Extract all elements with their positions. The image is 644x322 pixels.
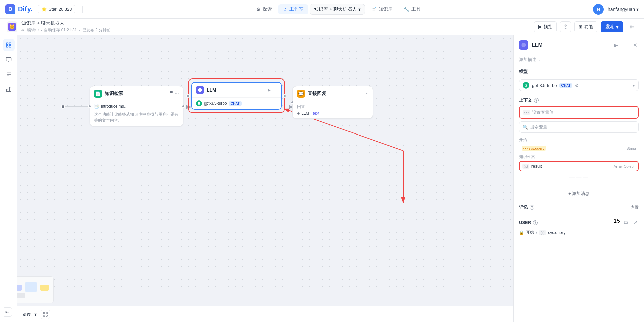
var-name-sys: sys.query xyxy=(529,146,544,150)
svg-rect-2 xyxy=(6,46,8,47)
llm-model-name: gpt-3.5-turbo xyxy=(204,101,227,106)
tools-button[interactable]: 🔧 工具 xyxy=(399,4,425,14)
set-variable-input[interactable]: {x} 设置变量值 xyxy=(519,106,639,119)
svg-rect-0 xyxy=(6,43,8,44)
sidebar-item-monitor[interactable] xyxy=(3,54,15,66)
var-result-item[interactable]: {x} result Array[Object] xyxy=(519,161,639,171)
svg-rect-15 xyxy=(46,312,47,313)
llm-play-icon[interactable]: ▶ xyxy=(268,88,271,92)
svg-point-11 xyxy=(198,88,202,92)
llm-node-inner: L LLM ▶ ··· gpt-3.5-turbo CHAT xyxy=(191,82,282,110)
memory-info-icon[interactable]: ? xyxy=(530,205,534,210)
zoom-chevron-icon: ▾ xyxy=(34,312,37,317)
ref-node: LLM xyxy=(301,111,309,116)
grid-button[interactable] xyxy=(41,310,50,319)
var-separator: / xyxy=(536,230,537,235)
panel-actions: ▶ ··· ✕ xyxy=(612,41,639,50)
settings-icon[interactable]: ⚙ xyxy=(575,83,579,88)
lock-icon: 🔒 xyxy=(519,230,524,235)
logo-icon: D xyxy=(5,4,15,14)
panel-description: 添加描述... xyxy=(514,54,644,65)
feature-label: 功能 xyxy=(584,24,593,30)
star-button[interactable]: ⭐ Star 20,323 xyxy=(38,5,76,13)
model-label-text: 模型 xyxy=(519,69,528,75)
knowledge-left-connector xyxy=(88,105,91,108)
search-icon: 🔍 xyxy=(523,125,528,130)
edit-icon: ✏ xyxy=(21,28,25,33)
start-connector xyxy=(61,105,92,109)
expand-button[interactable]: ⇤ xyxy=(627,21,637,32)
studio-label: 工作室 xyxy=(289,6,304,12)
add-message-button[interactable]: + 添加消息 xyxy=(514,186,644,201)
sidebar-item-workflow[interactable] xyxy=(3,39,15,51)
llm-model-icon xyxy=(196,100,202,106)
knowledge-button[interactable]: 📄 知识库 xyxy=(366,4,397,14)
direct-reply-ref: ⊕ LLM · text xyxy=(297,111,369,116)
user-copy-button[interactable]: ⧉ xyxy=(623,218,629,227)
left-sidebar xyxy=(0,35,17,322)
knowledge-node-icon: 📄 xyxy=(94,90,102,98)
logo[interactable]: D Dify. xyxy=(5,4,32,14)
model-chat-badge: CHAT xyxy=(559,83,572,88)
llm-chat-badge: CHAT xyxy=(229,101,241,106)
var-group-start: 开始 xyxy=(519,136,639,144)
explore-button[interactable]: ⚙ 探索 xyxy=(252,4,277,14)
publish-label: 发布 xyxy=(605,24,615,30)
panel-scrollable: 添加描述... 模型 G gpt-3.5-turbo CHAT ⚙ ▾ 上下文 … xyxy=(514,54,644,322)
llm-node-title: LLM xyxy=(207,87,216,93)
minimap-node4 xyxy=(17,293,25,298)
knowledge-more-icon[interactable]: ··· xyxy=(175,91,179,97)
knowledge-chat-label: 知识库 + 聊天机器人 xyxy=(314,6,357,12)
studio-button[interactable]: 🖥 工作室 xyxy=(278,4,308,14)
llm-more-icon[interactable]: ··· xyxy=(273,87,277,93)
zoom-control[interactable]: 98% ▾ xyxy=(23,312,37,317)
sidebar-item-logs[interactable] xyxy=(3,83,15,95)
panel-play-button[interactable]: ▶ xyxy=(612,41,619,50)
var-name-result: result xyxy=(531,164,542,169)
var-x-badge: {x} xyxy=(523,110,530,115)
user-section: USER ? 15 ⧉ ⤢ 🔒 开始 / {x} sys.query xyxy=(514,214,644,239)
knowledge-file-row: 📑 introduce.md... xyxy=(94,104,179,109)
user-expand-button[interactable]: ⤢ xyxy=(632,218,639,227)
knowledge-chat-dropdown[interactable]: 知识库 + 聊天机器人 ▾ xyxy=(310,4,365,15)
logo-text: Dify. xyxy=(18,5,32,13)
panel-close-button[interactable]: ✕ xyxy=(632,41,639,50)
sidebar-item-api[interactable] xyxy=(3,68,15,80)
direct-reply-more-icon[interactable]: ··· xyxy=(364,91,369,97)
history-button[interactable]: ⏱ xyxy=(560,21,571,32)
panel-header: L LLM ▶ ··· ✕ xyxy=(514,35,644,54)
breadcrumb-area: 知识库 + 聊天机器人 ✏ 编辑中 · 自动保存 01:21:31 · 已发布 … xyxy=(21,20,111,33)
preview-label: 预览 xyxy=(544,24,552,30)
direct-reply-title: 直接回复 xyxy=(308,91,326,97)
star-count: 20,323 xyxy=(59,7,72,12)
llm-node-icon: L xyxy=(196,86,204,94)
llm-node-outer[interactable]: L LLM ▶ ··· gpt-3.5-turbo CHAT xyxy=(188,78,285,113)
user-info-icon[interactable]: ? xyxy=(533,220,538,225)
user-menu[interactable]: hanfangyuan ▾ xyxy=(608,7,639,12)
model-select[interactable]: G gpt-3.5-turbo CHAT ⚙ ▾ xyxy=(519,79,639,91)
publish-button[interactable]: 发布 ▾ xyxy=(601,21,623,32)
preview-button[interactable]: ▶ 预览 xyxy=(534,21,557,32)
var-sys-query-item[interactable]: {x} sys.query String xyxy=(519,144,639,153)
direct-reply-body: 回答 ⊕ LLM · text xyxy=(293,101,373,118)
user-var2: sys.query xyxy=(548,230,565,235)
memory-action-button[interactable]: 内置 xyxy=(631,205,639,210)
feature-button[interactable]: ⊞ 功能 xyxy=(574,21,597,32)
direct-reply-node[interactable]: 💬 直接回复 ··· 回答 ⊕ LLM · text xyxy=(292,86,373,119)
desc-placeholder: 添加描述... xyxy=(519,57,540,62)
panel-more-button[interactable]: ··· xyxy=(622,41,629,49)
collapse-sidebar-button[interactable]: ⇤ xyxy=(3,307,12,317)
context-info-icon[interactable]: ? xyxy=(534,98,539,103)
knowledge-search-node[interactable]: 📄 知识检索 ··· 📑 introduce.md... 这个功能让你能够从知识… xyxy=(90,86,183,126)
var-group-knowledge: 知识检索 xyxy=(519,153,639,161)
context-label: 上下文 ? xyxy=(519,97,639,103)
search-placeholder: 搜索变量 xyxy=(530,124,547,130)
direct-reply-left-connector xyxy=(291,101,294,104)
search-variable-input[interactable]: 🔍 搜索变量 xyxy=(519,121,639,133)
ref-icon: ⊕ xyxy=(297,111,300,116)
grid-icon: ⊞ xyxy=(579,24,582,29)
var-badge-sys: {x} sys.query xyxy=(522,146,546,151)
breadcrumb-subtitle: ✏ 编辑中 · 自动保存 01:21:31 · 已发布 2 分钟前 xyxy=(21,27,111,33)
ref-var: text xyxy=(313,111,319,116)
divider xyxy=(82,6,83,13)
